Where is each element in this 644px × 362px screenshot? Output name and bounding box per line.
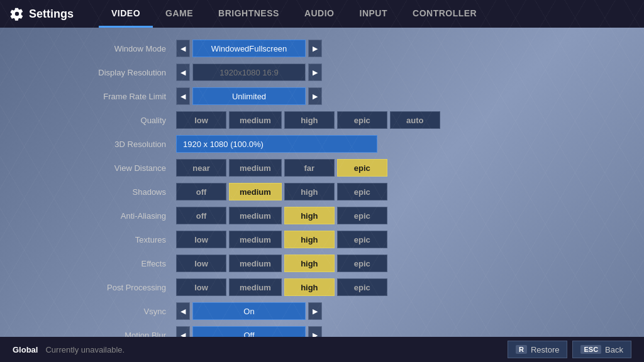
tab-controller[interactable]: Controller [400, 0, 489, 28]
quality-btn-low[interactable]: low [176, 111, 226, 129]
quality-btn-auto[interactable]: auto [390, 111, 440, 129]
vsync-prev[interactable]: ◀ [176, 302, 190, 320]
frame-rate-row: Frame Rate Limit ◀ Unlimited ▶ [38, 85, 606, 107]
bottom-buttons: R Restore ESC Back [508, 341, 631, 358]
vsync-row: Vsync ◀ On ▶ [38, 300, 606, 322]
topbar: Settings Video Game Brightness Audio Inp… [0, 0, 644, 28]
window-mode-prev[interactable]: ◀ [176, 40, 190, 57]
window-mode-row: Window Mode ◀ WindowedFullscreen ▶ [38, 38, 606, 59]
app-title: Settings [10, 7, 74, 21]
post-processing-label: Post Processing [38, 283, 176, 292]
gear-icon [10, 7, 24, 21]
effects-btn-high[interactable]: high [284, 255, 335, 272]
post-processing-btn-epic[interactable]: epic [337, 278, 387, 296]
effects-btn-low[interactable]: low [176, 255, 226, 272]
vsync-controls: ◀ On ▶ [176, 302, 322, 320]
display-resolution-value: 1920x1080 16:9 [192, 63, 306, 81]
shadows-btn-epic[interactable]: epic [337, 183, 387, 200]
effects-controls: low medium high epic [176, 255, 387, 272]
vsync-value: On [192, 302, 306, 320]
tab-audio[interactable]: Audio [292, 0, 347, 28]
restore-key: R [516, 345, 527, 354]
display-resolution-label: Display Resolution [38, 68, 176, 77]
post-processing-row: Post Processing low medium high epic [38, 277, 606, 298]
post-processing-btn-low[interactable]: low [176, 278, 226, 296]
shadows-btn-high[interactable]: high [284, 183, 335, 200]
back-label: Back [605, 345, 623, 354]
resolution-3d-label: 3D Resolution [38, 140, 176, 149]
shadows-label: Shadows [38, 187, 176, 197]
window-mode-label: Window Mode [38, 44, 176, 53]
frame-rate-label: Frame Rate Limit [38, 92, 176, 101]
textures-btn-low[interactable]: low [176, 231, 226, 248]
effects-label: Effects [38, 259, 176, 268]
textures-controls: low medium high epic [176, 231, 387, 248]
quality-row: Quality low medium high epic auto [38, 109, 606, 131]
restore-label: Restore [531, 345, 560, 354]
display-resolution-prev[interactable]: ◀ [176, 63, 190, 81]
back-key: ESC [580, 345, 601, 354]
post-processing-btn-high[interactable]: high [284, 278, 335, 296]
resolution-3d-controls: 1920 x 1080 (100.0%) [176, 135, 377, 153]
anti-aliasing-controls: off medium high epic [176, 207, 387, 224]
anti-aliasing-btn-medium[interactable]: medium [229, 207, 282, 224]
frame-rate-next[interactable]: ▶ [308, 87, 322, 105]
textures-row: Textures low medium high epic [38, 229, 606, 250]
view-distance-row: View Distance near medium far epic [38, 157, 606, 178]
quality-controls: low medium high epic auto [176, 111, 440, 129]
textures-label: Textures [38, 235, 176, 244]
frame-rate-value: Unlimited [192, 87, 306, 105]
view-distance-label: View Distance [38, 163, 176, 173]
frame-rate-prev[interactable]: ◀ [176, 87, 190, 105]
view-distance-btn-medium[interactable]: medium [229, 159, 282, 177]
window-mode-controls: ◀ WindowedFullscreen ▶ [176, 40, 322, 57]
vsync-next[interactable]: ▶ [308, 302, 322, 320]
status-text: Currently unavailable. [45, 345, 125, 354]
display-resolution-row: Display Resolution ◀ 1920x1080 16:9 ▶ [38, 62, 606, 83]
restore-button[interactable]: R Restore [508, 341, 567, 358]
textures-btn-epic[interactable]: epic [337, 231, 387, 248]
quality-label: Quality [38, 116, 176, 125]
tab-video[interactable]: Video [99, 0, 153, 28]
quality-btn-medium[interactable]: medium [229, 111, 282, 129]
tab-input[interactable]: Input [347, 0, 401, 28]
back-button[interactable]: ESC Back [572, 341, 631, 358]
textures-btn-high[interactable]: high [284, 231, 335, 248]
post-processing-controls: low medium high epic [176, 278, 387, 296]
anti-aliasing-btn-epic[interactable]: epic [337, 207, 387, 224]
window-mode-value: WindowedFullscreen [192, 40, 306, 57]
post-processing-btn-medium[interactable]: medium [229, 278, 282, 296]
view-distance-btn-near[interactable]: near [176, 159, 226, 177]
anti-aliasing-row: Anti-Aliasing off medium high epic [38, 205, 606, 226]
shadows-btn-medium[interactable]: medium [229, 183, 282, 200]
vsync-label: Vsync [38, 307, 176, 316]
view-distance-controls: near medium far epic [176, 159, 387, 177]
quality-btn-epic[interactable]: epic [337, 111, 387, 129]
effects-btn-medium[interactable]: medium [229, 255, 282, 272]
display-resolution-controls: ◀ 1920x1080 16:9 ▶ [176, 63, 322, 81]
main-content: Window Mode ◀ WindowedFullscreen ▶ Displ… [0, 28, 644, 362]
tab-game[interactable]: Game [153, 0, 206, 28]
resolution-3d-row: 3D Resolution 1920 x 1080 (100.0%) [38, 133, 606, 155]
display-resolution-next[interactable]: ▶ [308, 63, 322, 81]
anti-aliasing-btn-off[interactable]: off [176, 207, 226, 224]
shadows-row: Shadows off medium high epic [38, 181, 606, 202]
bottom-bar: Global Currently unavailable. R Restore … [0, 337, 644, 362]
quality-btn-high[interactable]: high [284, 111, 335, 129]
tab-brightness[interactable]: Brightness [206, 0, 292, 28]
nav-tabs: Video Game Brightness Audio Input Contro… [99, 0, 634, 28]
global-label: Global [13, 345, 38, 354]
textures-btn-medium[interactable]: medium [229, 231, 282, 248]
effects-row: Effects low medium high epic [38, 253, 606, 274]
anti-aliasing-btn-high[interactable]: high [284, 207, 335, 224]
shadows-btn-off[interactable]: off [176, 183, 226, 200]
window-mode-next[interactable]: ▶ [308, 40, 322, 57]
anti-aliasing-label: Anti-Aliasing [38, 211, 176, 221]
effects-btn-epic[interactable]: epic [337, 255, 387, 272]
view-distance-btn-epic[interactable]: epic [337, 159, 387, 177]
resolution-3d-value: 1920 x 1080 (100.0%) [176, 135, 377, 153]
frame-rate-controls: ◀ Unlimited ▶ [176, 87, 322, 105]
view-distance-btn-far[interactable]: far [284, 159, 335, 177]
shadows-controls: off medium high epic [176, 183, 387, 200]
title-text: Settings [29, 8, 74, 21]
